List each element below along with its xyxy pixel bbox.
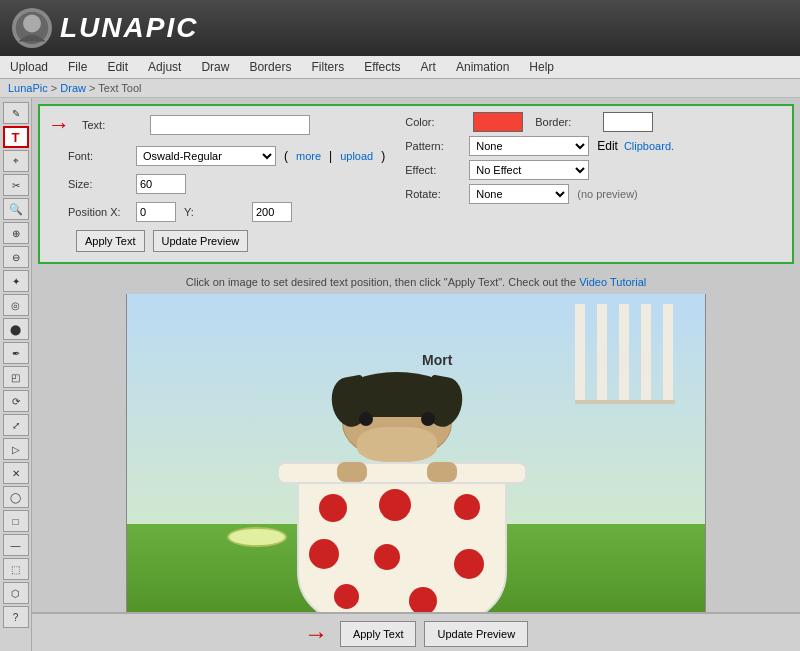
color-label: Color: bbox=[405, 116, 465, 128]
tool-brush[interactable]: ✦ bbox=[3, 270, 29, 292]
image-area[interactable]: Mort bbox=[32, 294, 800, 612]
nav-filters[interactable]: Filters bbox=[309, 58, 346, 76]
header: LUNAPIC bbox=[0, 0, 800, 56]
tool-zoom[interactable]: 🔍 bbox=[3, 198, 29, 220]
cup-body bbox=[297, 477, 507, 612]
nav-animation[interactable]: Animation bbox=[454, 58, 511, 76]
position-label: Position X: bbox=[68, 206, 128, 218]
red-arrow-bottom: → bbox=[304, 620, 328, 648]
color-border-row: Color: Border: bbox=[405, 112, 674, 132]
nav-upload[interactable]: Upload bbox=[8, 58, 50, 76]
tool-circle[interactable]: ◯ bbox=[3, 486, 29, 508]
tool-zoom-out[interactable]: ⊖ bbox=[3, 246, 29, 268]
nav-file[interactable]: File bbox=[66, 58, 89, 76]
nav-effects[interactable]: Effects bbox=[362, 58, 402, 76]
tool-arrow[interactable]: ▷ bbox=[3, 438, 29, 460]
color-picker[interactable] bbox=[473, 112, 523, 132]
nav-draw[interactable]: Draw bbox=[199, 58, 231, 76]
border-label: Border: bbox=[535, 116, 595, 128]
font-select[interactable]: Oswald-Regular Arial Times New Roman bbox=[136, 146, 276, 166]
tool-eraser[interactable]: ◎ bbox=[3, 294, 29, 316]
canvas-image[interactable]: Mort bbox=[126, 294, 706, 612]
nav-help[interactable]: Help bbox=[527, 58, 556, 76]
nav-edit[interactable]: Edit bbox=[105, 58, 130, 76]
dot-2 bbox=[379, 489, 411, 521]
rotate-label: Rotate: bbox=[405, 188, 465, 200]
position-x-input[interactable] bbox=[136, 202, 176, 222]
nav-borders[interactable]: Borders bbox=[247, 58, 293, 76]
more-link[interactable]: more bbox=[296, 150, 321, 162]
content-area: → Text: Font: Oswald-Regular Arial Times… bbox=[32, 98, 800, 651]
rotate-row: Rotate: None 90° 180° (no preview) bbox=[405, 184, 674, 204]
main-area: ✎ T ⌖ ✂ 🔍 ⊕ ⊖ ✦ ◎ ⬤ ✒ ◰ ⟳ ⤢ ▷ ✕ ◯ □ — ⬚ … bbox=[0, 98, 800, 651]
apply-text-button-bottom[interactable]: Apply Text bbox=[340, 621, 417, 647]
tool-rect[interactable]: □ bbox=[3, 510, 29, 532]
dot-8 bbox=[409, 587, 437, 612]
size-row: Size: bbox=[48, 174, 385, 194]
tool-fill[interactable]: ⬤ bbox=[3, 318, 29, 340]
tool-flip[interactable]: ⤢ bbox=[3, 414, 29, 436]
position-row: Position X: Y: bbox=[48, 202, 385, 222]
tool-line[interactable]: — bbox=[3, 534, 29, 556]
text-label: Text: bbox=[82, 119, 142, 131]
tool-draw[interactable]: ✎ bbox=[3, 102, 29, 124]
puppy bbox=[327, 372, 467, 492]
font-label: Font: bbox=[68, 150, 128, 162]
breadcrumb-draw[interactable]: Draw bbox=[60, 82, 86, 94]
bottom-bar: → Apply Text Update Preview bbox=[32, 612, 800, 651]
video-tutorial-link[interactable]: Video Tutorial bbox=[579, 276, 646, 288]
puppy-left-paw bbox=[337, 462, 367, 482]
effect-label: Effect: bbox=[405, 164, 465, 176]
edit-label: Edit bbox=[597, 139, 618, 153]
effect-select[interactable]: No Effect Shadow Outline bbox=[469, 160, 589, 180]
nav-art[interactable]: Art bbox=[419, 58, 438, 76]
pattern-row: Pattern: None Stripes Dots Edit Clipboar… bbox=[405, 136, 674, 156]
update-preview-button-bottom[interactable]: Update Preview bbox=[424, 621, 528, 647]
font-paren-open: ( bbox=[284, 149, 288, 163]
pipe-sep: | bbox=[329, 149, 332, 163]
dot-4 bbox=[309, 539, 339, 569]
nav-adjust[interactable]: Adjust bbox=[146, 58, 183, 76]
effect-row: Effect: No Effect Shadow Outline bbox=[405, 160, 674, 180]
dot-5 bbox=[374, 544, 400, 570]
font-paren-close: ) bbox=[381, 149, 385, 163]
tool-close[interactable]: ✕ bbox=[3, 462, 29, 484]
tool-pen[interactable]: ✒ bbox=[3, 342, 29, 364]
update-preview-button-top[interactable]: Update Preview bbox=[153, 230, 249, 252]
logo-icon bbox=[12, 8, 52, 48]
rotate-select[interactable]: None 90° 180° bbox=[469, 184, 569, 204]
fence bbox=[575, 304, 675, 404]
text-input[interactable] bbox=[150, 115, 310, 135]
border-picker[interactable] bbox=[603, 112, 653, 132]
logo-text: LUNAPIC bbox=[60, 12, 198, 44]
size-input[interactable] bbox=[136, 174, 186, 194]
upload-link[interactable]: upload bbox=[340, 150, 373, 162]
apply-text-button-top[interactable]: Apply Text bbox=[76, 230, 145, 252]
pattern-select[interactable]: None Stripes Dots bbox=[469, 136, 589, 156]
sidebar: ✎ T ⌖ ✂ 🔍 ⊕ ⊖ ✦ ◎ ⬤ ✒ ◰ ⟳ ⤢ ▷ ✕ ◯ □ — ⬚ … bbox=[0, 98, 32, 651]
tool-text[interactable]: T bbox=[3, 126, 29, 148]
tool-help[interactable]: ? bbox=[3, 606, 29, 628]
tool-crop[interactable]: ⌖ bbox=[3, 150, 29, 172]
breadcrumb-current: Text Tool bbox=[98, 82, 141, 94]
font-row: Font: Oswald-Regular Arial Times New Rom… bbox=[48, 146, 385, 166]
tool-select[interactable]: ✂ bbox=[3, 174, 29, 196]
plate bbox=[227, 527, 287, 547]
y-label: Y: bbox=[184, 206, 244, 218]
mort-text: Mort bbox=[422, 352, 452, 368]
dot-3 bbox=[454, 494, 480, 520]
instruction-text: Click on image to set desired text posit… bbox=[186, 276, 576, 288]
text-row: → Text: bbox=[48, 112, 385, 138]
tool-roundrect[interactable]: ⬚ bbox=[3, 558, 29, 580]
tool-polygon[interactable]: ⬡ bbox=[3, 582, 29, 604]
puppy-muzzle bbox=[357, 427, 437, 462]
tool-zoom-in[interactable]: ⊕ bbox=[3, 222, 29, 244]
tool-rotate[interactable]: ⟳ bbox=[3, 390, 29, 412]
position-y-input[interactable] bbox=[252, 202, 292, 222]
dot-1 bbox=[319, 494, 347, 522]
breadcrumb-lunapic[interactable]: LunaPic bbox=[8, 82, 48, 94]
right-panel: Color: Border: Pattern: None Stripes Dot… bbox=[405, 112, 674, 256]
clipboard-link[interactable]: Clipboard. bbox=[624, 140, 674, 152]
buttons-row: Apply Text Update Preview bbox=[48, 230, 385, 252]
tool-clone[interactable]: ◰ bbox=[3, 366, 29, 388]
